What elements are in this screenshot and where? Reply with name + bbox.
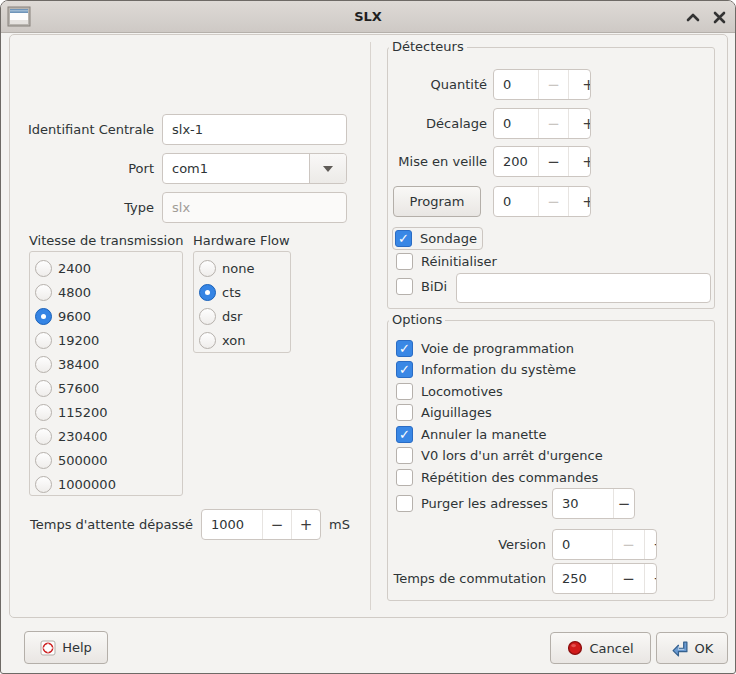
port-combobox[interactable]: com1	[162, 153, 347, 184]
radio-57600-label[interactable]: 57600	[58, 380, 99, 397]
system-info-label[interactable]: Information du système	[421, 362, 576, 377]
switch-time-spinbox[interactable]: 250 − +	[552, 563, 657, 594]
radio-xon-label[interactable]: xon	[222, 332, 246, 349]
type-input: slx	[162, 192, 347, 223]
radio-cts-label[interactable]: cts	[222, 284, 241, 301]
radio-500000-label[interactable]: 500000	[58, 452, 108, 469]
program-track-checkbox[interactable]	[396, 340, 413, 357]
radio-xon[interactable]	[199, 332, 216, 349]
timeout-decrement-button[interactable]: −	[262, 510, 291, 539]
quantity-increment-button[interactable]: +	[568, 70, 590, 99]
title-bar[interactable]: SLX	[1, 1, 735, 33]
timeout-increment-button[interactable]: +	[291, 510, 320, 539]
cancel-button[interactable]: Cancel	[550, 632, 651, 664]
radio-1000000-label[interactable]: 1000000	[58, 476, 116, 493]
v0-estop-label[interactable]: V0 lors d'un arrêt d'urgence	[421, 448, 603, 463]
slx-dialog: SLX Identifiant Centrale slx-1 Port com1…	[0, 0, 736, 674]
radio-9600[interactable]	[35, 308, 52, 325]
version-increment-button[interactable]: +	[644, 530, 656, 559]
radio-38400[interactable]	[35, 356, 52, 373]
radio-4800[interactable]	[35, 284, 52, 301]
cancel-icon	[567, 640, 583, 656]
switch-time-increment-button[interactable]: +	[644, 564, 656, 593]
bidi-label[interactable]: BiDi	[421, 279, 447, 294]
program-increment-button[interactable]: +	[568, 187, 590, 216]
radio-none-label[interactable]: none	[222, 260, 254, 277]
radio-4800-label[interactable]: 4800	[58, 284, 91, 301]
version-decrement-button[interactable]: −	[612, 530, 644, 559]
system-info-checkbox[interactable]	[396, 361, 413, 378]
program-button[interactable]: Program	[393, 186, 481, 217]
radio-cts[interactable]	[199, 284, 216, 301]
bidi-checkbox[interactable]	[396, 278, 413, 295]
radio-dsr-label[interactable]: dsr	[222, 308, 242, 325]
command-repeat-row[interactable]: Répétition des commandes	[396, 469, 598, 486]
purge-row[interactable]: Purger les adresses	[396, 495, 548, 512]
locomotives-checkbox[interactable]	[396, 383, 413, 400]
port-dropdown-button[interactable]	[309, 154, 346, 183]
sondage-checkbox[interactable]	[395, 230, 412, 247]
radio-2400[interactable]	[35, 260, 52, 277]
radio-9600-label[interactable]: 9600	[58, 308, 91, 325]
switches-row[interactable]: Aiguillages	[396, 404, 492, 421]
system-info-row[interactable]: Information du système	[396, 361, 576, 378]
program-track-row[interactable]: Voie de programmation	[396, 340, 574, 357]
bidi-input[interactable]	[456, 273, 711, 303]
radio-19200[interactable]	[35, 332, 52, 349]
radio-38400-label[interactable]: 38400	[58, 356, 99, 373]
program-track-label[interactable]: Voie de programmation	[421, 341, 574, 356]
radio-1000000[interactable]	[35, 476, 52, 493]
radio-57600[interactable]	[35, 380, 52, 397]
reset-checkbox-row[interactable]: Réinitialiser	[396, 253, 497, 270]
offset-decrement-button[interactable]: −	[538, 109, 568, 138]
bidi-checkbox-row[interactable]: BiDi	[396, 278, 447, 295]
ok-button[interactable]: OK	[656, 632, 728, 664]
quantity-decrement-button[interactable]: −	[538, 70, 568, 99]
switch-time-decrement-button[interactable]: −	[612, 564, 644, 593]
radio-230400-label[interactable]: 230400	[58, 428, 108, 445]
close-button[interactable]	[707, 7, 731, 27]
sondage-label[interactable]: Sondage	[420, 231, 477, 246]
cancel-throttle-row[interactable]: Annuler la manette	[396, 426, 546, 443]
cancel-throttle-label[interactable]: Annuler la manette	[421, 427, 546, 442]
shade-button[interactable]	[683, 9, 703, 25]
switches-checkbox[interactable]	[396, 404, 413, 421]
v0-estop-checkbox[interactable]	[396, 447, 413, 464]
radio-19200-label[interactable]: 19200	[58, 332, 99, 349]
radio-none[interactable]	[199, 260, 216, 277]
program-decrement-button[interactable]: −	[538, 187, 568, 216]
radio-115200[interactable]	[35, 404, 52, 421]
radio-230400[interactable]	[35, 428, 52, 445]
switches-label[interactable]: Aiguillages	[421, 405, 492, 420]
offset-increment-button[interactable]: +	[568, 109, 590, 138]
standby-decrement-button[interactable]: −	[538, 147, 568, 176]
help-button[interactable]: Help	[24, 631, 108, 664]
standby-spinbox[interactable]: 200 − +	[493, 146, 591, 177]
purge-label[interactable]: Purger les adresses	[421, 496, 548, 511]
locomotives-label[interactable]: Locomotives	[421, 384, 503, 399]
central-id-input[interactable]: slx-1	[162, 114, 347, 145]
purge-decrement-button[interactable]: −	[613, 489, 634, 518]
v0-estop-row[interactable]: V0 lors d'un arrêt d'urgence	[396, 447, 603, 464]
purge-checkbox[interactable]	[396, 495, 413, 512]
command-repeat-label[interactable]: Répétition des commandes	[421, 470, 598, 485]
radio-115200-label[interactable]: 115200	[58, 404, 108, 421]
purge-spinbox[interactable]: 30 −	[552, 488, 635, 519]
standby-increment-button[interactable]: +	[568, 147, 590, 176]
version-spinbox[interactable]: 0 − +	[552, 529, 657, 560]
program-spinbox[interactable]: 0 − +	[493, 186, 591, 217]
radio-500000[interactable]	[35, 452, 52, 469]
quantity-spinbox[interactable]: 0 − +	[493, 69, 591, 100]
timeout-spinbox[interactable]: 1000 − +	[201, 509, 321, 540]
radio-2400-label[interactable]: 2400	[58, 260, 91, 277]
radio-dsr[interactable]	[199, 308, 216, 325]
command-repeat-checkbox[interactable]	[396, 469, 413, 486]
reset-checkbox[interactable]	[396, 253, 413, 270]
locomotives-row[interactable]: Locomotives	[396, 383, 503, 400]
offset-spinbox[interactable]: 0 − +	[493, 108, 591, 139]
help-icon	[40, 640, 56, 656]
cancel-throttle-checkbox[interactable]	[396, 426, 413, 443]
reset-label[interactable]: Réinitialiser	[421, 254, 497, 269]
switch-time-label: Temps de commutation	[387, 563, 546, 594]
sondage-checkbox-row[interactable]: Sondage	[392, 227, 483, 250]
